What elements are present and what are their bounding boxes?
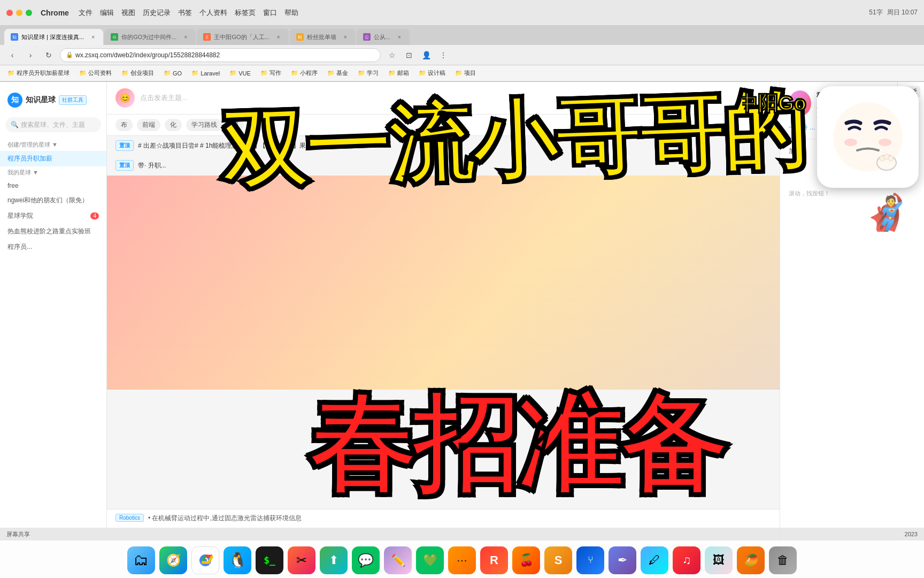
titlebar: Chrome 文件 编辑 视图 历史记录 书签 个人资料 标签页 窗口 帮助 5… xyxy=(0,0,924,26)
bookmark-7[interactable]: 📁 小程序 xyxy=(288,68,321,78)
dock-preview[interactable]: 🖼 xyxy=(705,546,733,574)
sidebar-item-label-0: 程序员升职加薪 xyxy=(7,154,52,163)
dock-rd[interactable]: R xyxy=(480,546,508,574)
url-text: wx.zsxq.com/dweb2/index/group/1552882884… xyxy=(75,51,220,59)
profile-header: 🐉 程序员升职加薪 星主是双非本农村娃，靠敲代码在北京买房 xyxy=(789,90,915,119)
dock-sourcetree[interactable]: ⑂ xyxy=(576,546,604,574)
menu-profile[interactable]: 个人资料 xyxy=(199,8,227,18)
chevron-right-icon-2: › xyxy=(913,161,915,168)
filter-all[interactable]: 布 xyxy=(116,119,133,131)
dock-wechat[interactable]: 💬 xyxy=(352,546,380,574)
minimize-button[interactable] xyxy=(16,10,22,16)
sidebar-search[interactable]: 🔍 搜索星球、文件、主题 xyxy=(5,117,101,132)
tab-4[interactable]: 公 公从... × xyxy=(357,29,410,45)
dock-terminal[interactable]: $_ xyxy=(256,546,283,574)
scroll-hint: 滚动，找按钮！ xyxy=(789,189,915,197)
dock-pencil-app[interactable]: ✏️ xyxy=(384,546,412,574)
bookmark-6[interactable]: 📁 写作 xyxy=(257,68,284,78)
bookmark-8[interactable]: 📁 基金 xyxy=(324,68,351,78)
more-icon[interactable]: ⋮ xyxy=(436,48,450,62)
bookmark-1[interactable]: 📁 公司资料 xyxy=(76,68,115,78)
bookmark-4[interactable]: 📁 Laravel xyxy=(188,69,223,78)
year-nav-2022[interactable]: 2022 xyxy=(901,111,920,121)
bookmark-12[interactable]: 📁 项目 xyxy=(452,68,479,78)
dock-sublime[interactable]: S xyxy=(544,546,572,574)
dock-qq[interactable]: 🐧 xyxy=(224,546,251,574)
menu-window[interactable]: 窗口 xyxy=(263,8,277,18)
search-icon: 🔍 xyxy=(11,121,19,128)
tab-0[interactable]: 知 知识星球 | 深度连接真... × xyxy=(4,29,103,45)
dock-mango[interactable]: 🥭 xyxy=(737,546,765,574)
bookmark-11[interactable]: 📁 设计稿 xyxy=(415,68,449,78)
main-content: 知 知识星球 社群工具 🔍 搜索星球、文件、主题 创建/管理的星球 ▼ 程序员升… xyxy=(0,82,924,541)
year-nav-2023[interactable]: 2023 xyxy=(901,100,920,109)
tab-close-4[interactable]: × xyxy=(396,33,403,41)
filter-3[interactable]: 化 xyxy=(165,119,182,131)
dock-fruit[interactable]: 🍒 xyxy=(512,546,540,574)
sidebar-item-5[interactable]: 程序员... xyxy=(0,239,106,255)
dock-trash[interactable]: 🗑 xyxy=(769,546,797,574)
bookmark-10[interactable]: 📁 邮箱 xyxy=(385,68,412,78)
maximize-button[interactable] xyxy=(26,10,32,16)
menu-history[interactable]: 历史记录 xyxy=(143,8,171,18)
sidebar-section-create[interactable]: 创建/管理的星球 ▼ xyxy=(0,139,106,151)
close-button[interactable] xyxy=(6,10,13,16)
sidebar-item-0[interactable]: 程序员升职加薪 xyxy=(0,151,106,166)
year-nav-recent[interactable]: 最近 xyxy=(902,86,920,97)
sidebar-item-1[interactable]: free xyxy=(0,179,106,193)
tab-close-3[interactable]: × xyxy=(342,33,349,41)
filter-roadmap[interactable]: 学习路线 xyxy=(186,119,222,131)
extension-icon[interactable]: ⊡ xyxy=(402,48,416,62)
dock-notion-ink[interactable]: 🖊 xyxy=(641,546,668,574)
tab-close-1[interactable]: × xyxy=(182,33,189,41)
menu-bookmarks[interactable]: 书签 xyxy=(178,8,192,18)
address-bar[interactable]: 🔒 wx.zsxq.com/dweb2/index/group/15528828… xyxy=(60,48,381,62)
dock-netease[interactable]: ♫ xyxy=(673,546,700,574)
bookmark-label-1: 公司资料 xyxy=(88,69,112,77)
dock-chrome[interactable] xyxy=(191,546,219,574)
forward-button[interactable]: › xyxy=(24,48,37,62)
tab-favicon-1: G xyxy=(111,33,118,41)
dock-wechat2[interactable]: 💚 xyxy=(416,546,444,574)
sidebar-section-my[interactable]: 我的星球 ▼ xyxy=(0,166,106,179)
back-button[interactable]: ‹ xyxy=(5,48,19,62)
filter-5[interactable]: 资 xyxy=(227,119,244,131)
tab-2[interactable]: 王 王中阳GO的「人工... × xyxy=(197,29,288,45)
tab-label-3: 粉丝批单墙 xyxy=(307,33,336,41)
archive-nav-2[interactable]: 加薪 › xyxy=(789,158,915,171)
archive-nav-1[interactable]: 加薪 › xyxy=(789,144,915,158)
sidebar-item-4[interactable]: 热血熊校进阶之路重点实验班 xyxy=(0,224,106,239)
reload-button[interactable]: ↻ xyxy=(42,48,56,62)
menu-file[interactable]: 文件 xyxy=(79,8,93,18)
bookmark-3[interactable]: 📁 GO xyxy=(160,69,185,78)
menu-tabs[interactable]: 标签页 xyxy=(235,8,256,18)
dock-inklet[interactable]: ✒ xyxy=(609,546,636,574)
star-icon[interactable]: ☆ xyxy=(385,48,399,62)
bookmark-2[interactable]: 📁 创业项目 xyxy=(118,68,157,78)
user-icon[interactable]: 👤 xyxy=(419,48,433,62)
word-count: 51字 xyxy=(869,8,882,17)
bookmark-5[interactable]: 📁 VUE xyxy=(226,69,254,78)
reload-icon[interactable]: ↻ xyxy=(907,176,915,187)
menu-view[interactable]: 视图 xyxy=(121,8,135,18)
tab-1[interactable]: G 你的GO为过中间件... × xyxy=(104,29,196,45)
tab-close-0[interactable]: × xyxy=(89,33,97,41)
bookmark-9[interactable]: 📁 学习 xyxy=(355,68,382,78)
dock-safari[interactable]: 🧭 xyxy=(159,546,187,574)
bookmark-0[interactable]: 📁 程序员升职加薪星球 xyxy=(4,68,73,78)
dock-xmind[interactable]: ✂ xyxy=(288,546,315,574)
profile-link[interactable]: 一起升 ... 展开 xyxy=(789,123,915,132)
filter-frontend[interactable]: 前端 xyxy=(137,119,160,131)
chrome-icon xyxy=(197,552,213,568)
dock-finder[interactable]: 🗂 xyxy=(127,546,155,574)
menu-help[interactable]: 帮助 xyxy=(284,8,298,18)
xmind-icon: ✂ xyxy=(296,553,307,568)
tab-favicon-0: 知 xyxy=(11,33,18,41)
sidebar-item-3[interactable]: 星球学院 4 xyxy=(0,208,106,224)
dock-launchpad[interactable]: ⋯ xyxy=(448,546,476,574)
menu-edit[interactable]: 编辑 xyxy=(100,8,114,18)
tab-3[interactable]: 粉 粉丝批单墙 × xyxy=(290,29,356,45)
dock-git-upload[interactable]: ⬆ xyxy=(320,546,348,574)
tab-close-2[interactable]: × xyxy=(275,33,282,41)
sidebar-item-2[interactable]: ngwei和他的朋友们（限免） xyxy=(0,193,106,208)
